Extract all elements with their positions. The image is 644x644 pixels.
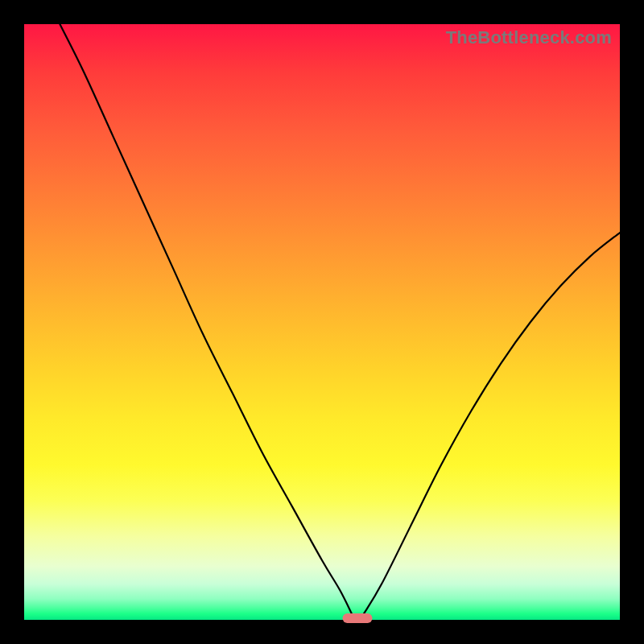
minimum-marker bbox=[343, 613, 373, 623]
chart-frame: TheBottleneck.com bbox=[0, 0, 644, 644]
plot-area: TheBottleneck.com bbox=[24, 24, 620, 620]
curve-left-branch bbox=[60, 24, 352, 614]
bottleneck-curve bbox=[24, 24, 620, 620]
curve-right-branch bbox=[364, 233, 620, 614]
